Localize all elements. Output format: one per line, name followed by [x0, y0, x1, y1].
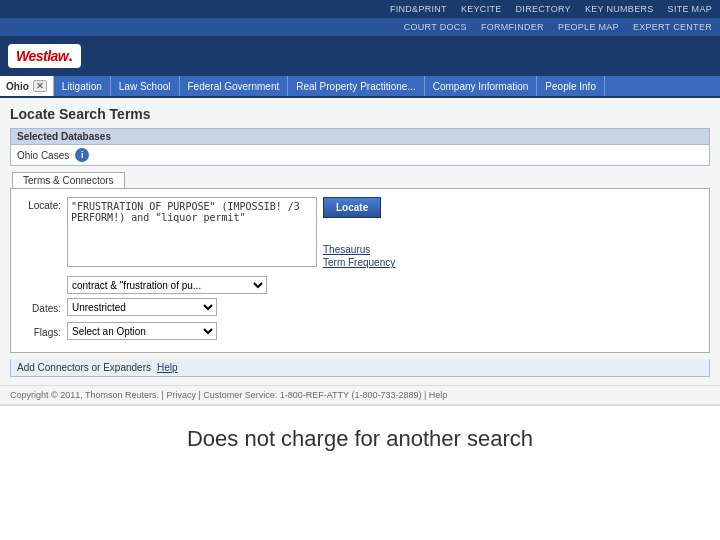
locate-input[interactable]: [67, 197, 317, 267]
logo[interactable]: Westlaw.: [8, 44, 81, 68]
search-form: Locate: Locate Thesaurus Term Frequency …: [10, 188, 710, 353]
tab-federal-government[interactable]: Federal Government: [180, 76, 289, 96]
tabs-row: Ohio ✕ Litigation Law School Federal Gov…: [0, 76, 720, 98]
locate-row: Locate: Locate Thesaurus Term Frequency: [19, 197, 701, 268]
top-navigation: FIND&PRINT KEYCITE DIRECTORY KEY NUMBERS…: [0, 0, 720, 18]
database-name: Ohio Cases: [17, 150, 69, 161]
logo-dot: .: [68, 47, 72, 65]
selected-databases-row: Ohio Cases i: [10, 145, 710, 166]
page-title: Locate Search Terms: [10, 106, 710, 122]
tab-ohio-close[interactable]: ✕: [33, 80, 47, 92]
nav-key-numbers[interactable]: KEY NUMBERS: [585, 4, 654, 14]
nav-formfinder[interactable]: FORMFINDER: [481, 22, 544, 32]
selected-databases-header: Selected Databases: [10, 128, 710, 145]
tab-litigation[interactable]: Litigation: [54, 76, 111, 96]
flags-select[interactable]: Select an Option: [67, 322, 217, 340]
tab-company-information[interactable]: Company Information: [425, 76, 538, 96]
footer-text: Copyright © 2011, Thomson Reuters. | Pri…: [10, 390, 447, 400]
nav-people-map[interactable]: PEOPLE MAP: [558, 22, 619, 32]
thesaurus-link[interactable]: Thesaurus: [323, 244, 395, 255]
nav-court-docs[interactable]: COURT DOCS: [404, 22, 467, 32]
tab-ohio[interactable]: Ohio ✕: [0, 76, 54, 96]
field-select-row: contract & "frustration of pu...: [67, 276, 701, 294]
nav-directory[interactable]: DIRECTORY: [516, 4, 571, 14]
flags-row: Flags: Select an Option: [19, 322, 701, 340]
info-icon[interactable]: i: [75, 148, 89, 162]
field-select[interactable]: contract & "frustration of pu...: [67, 276, 267, 294]
nav-keycite[interactable]: KEYCITE: [461, 4, 502, 14]
tab-ohio-label: Ohio: [6, 81, 29, 92]
connectors-row: Add Connectors or Expanders Help: [10, 359, 710, 377]
terms-connectors-tab[interactable]: Terms & Connectors: [12, 172, 125, 188]
tab-law-school[interactable]: Law School: [111, 76, 180, 96]
tab-people-info[interactable]: People Info: [537, 76, 605, 96]
logo-text: Westlaw: [16, 48, 68, 64]
caption-text: Does not charge for another search: [187, 426, 533, 452]
caption-area: Does not charge for another search: [0, 404, 720, 472]
dates-select[interactable]: Unrestricted: [67, 298, 217, 316]
nav-site-map[interactable]: SITE MAP: [668, 4, 712, 14]
nav-find-print[interactable]: FIND&PRINT: [390, 4, 447, 14]
dates-label: Dates:: [19, 303, 61, 314]
header: Westlaw.: [0, 36, 720, 76]
dates-row: Dates: Unrestricted: [19, 298, 701, 316]
main-content: Locate Search Terms Selected Databases O…: [0, 98, 720, 385]
flags-label: Flags:: [19, 327, 61, 338]
nav-expert-center[interactable]: EXPERT CENTER: [633, 22, 712, 32]
connectors-help-link[interactable]: Help: [157, 362, 178, 373]
tab-real-property[interactable]: Real Property Practitione...: [288, 76, 425, 96]
locate-button[interactable]: Locate: [323, 197, 381, 218]
connectors-label: Add Connectors or Expanders: [17, 362, 151, 373]
second-navigation: COURT DOCS FORMFINDER PEOPLE MAP EXPERT …: [0, 18, 720, 36]
term-frequency-link[interactable]: Term Frequency: [323, 257, 395, 268]
search-links: Thesaurus Term Frequency: [323, 244, 395, 268]
footer: Copyright © 2011, Thomson Reuters. | Pri…: [0, 385, 720, 404]
locate-label: Locate:: [19, 200, 61, 211]
